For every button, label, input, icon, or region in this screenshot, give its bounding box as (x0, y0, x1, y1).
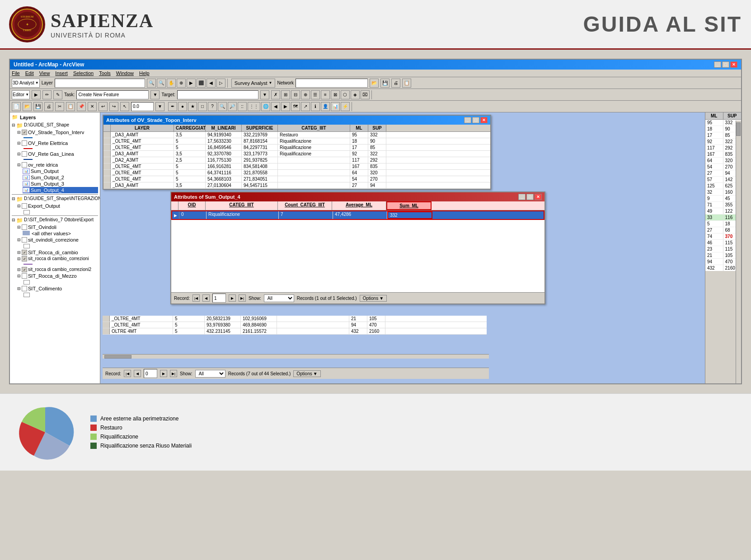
attr2-minimize-btn[interactable]: _ (518, 194, 526, 200)
nav-prev-2[interactable]: ◀ (202, 294, 210, 302)
edit-tool6[interactable]: ≡ (321, 90, 330, 99)
col2-sum-ml[interactable]: Sum_ML (386, 201, 432, 210)
target-input[interactable] (177, 90, 258, 99)
checkbox-rocca[interactable]: ✓ (22, 250, 27, 255)
save-btn[interactable]: 💾 (33, 102, 42, 111)
toc-item-rocca-corr2[interactable]: ⊟ ✓ sit_rocca di cambio_correzioni2 (17, 266, 98, 273)
edit-tool5[interactable]: ☰ (311, 90, 320, 99)
people-btn[interactable]: 👤 (321, 102, 330, 111)
edit-tool7[interactable]: ⊠ (331, 90, 340, 99)
toc-item-rocca-corr[interactable]: ⊟ ✓ sit_rocca di cambio_correzioni (17, 256, 98, 262)
menu-edit[interactable]: Edit (25, 70, 34, 76)
chart-btn[interactable]: 📊 (331, 102, 340, 111)
network-input[interactable] (296, 79, 368, 88)
toc-sum-output-3[interactable]: 📊 Sum_Output_3 (23, 181, 98, 187)
col-sup[interactable]: SUP (368, 125, 386, 131)
toc-sum-output-2[interactable]: 📊 Sum_Output_2 (23, 174, 98, 181)
print-btn[interactable]: 🖨 (44, 102, 53, 111)
zoom-in-btn[interactable]: 🔍 (147, 79, 156, 88)
toc-item-ov-idrica[interactable]: ⊟ ov_rete idrica (17, 162, 98, 168)
col-ml[interactable]: ML (350, 125, 368, 131)
checkbox-export[interactable] (22, 203, 27, 209)
attr1-close-btn[interactable]: ✕ (480, 117, 488, 123)
edit-tool8[interactable]: ⬡ (341, 90, 350, 99)
network-btn4[interactable]: 📋 (402, 79, 411, 88)
menu-tools[interactable]: Tools (99, 70, 111, 76)
minimize-button[interactable]: _ (714, 61, 721, 68)
tool5[interactable]: ▷ (216, 79, 225, 88)
scrollbar-thumb[interactable] (104, 355, 131, 359)
nav-last-2[interactable]: ▶| (239, 294, 246, 302)
show-all-dropdown-2[interactable]: All Selected (264, 294, 294, 302)
nav-next-1[interactable]: ▶ (160, 370, 167, 377)
tool1[interactable]: ⊕ (177, 79, 186, 88)
edit-tool3[interactable]: ⊟ (291, 90, 300, 99)
toc-all-other[interactable]: <all other values> (23, 230, 98, 237)
nav-first-1[interactable]: |◀ (124, 370, 131, 377)
checkbox-collimento[interactable] (22, 286, 27, 291)
paste-btn[interactable]: 📌 (77, 102, 86, 111)
scale-input[interactable] (131, 102, 154, 111)
toc-item-sit-def[interactable]: ⊟ 📁 D:\SIT_Definitivo_7 Ottobre\Export (12, 217, 98, 224)
grid2-btn[interactable]: ⋮⋮ (248, 102, 260, 111)
menu-window[interactable]: Window (116, 70, 134, 76)
redo-btn[interactable]: ↪ (109, 102, 118, 111)
edit-tool9[interactable]: ◈ (351, 90, 360, 99)
cursor-btn[interactable]: ↗ (301, 102, 310, 111)
toc-item-ovindoli[interactable]: ⊟ SIT_Ovindoli (17, 224, 98, 230)
col-categ[interactable]: CATEG_IIIT (278, 125, 350, 131)
checkbox-rocca-corr2[interactable]: ✓ (22, 267, 27, 272)
nav-first-2[interactable]: |◀ (192, 294, 200, 302)
play-btn[interactable]: ▶ (32, 90, 41, 99)
record-input-1[interactable] (144, 369, 157, 378)
draw-tool1[interactable]: ✒ (168, 102, 177, 111)
vert-scrollbar-thumb[interactable] (736, 122, 741, 136)
world-btn[interactable]: 🗺 (291, 102, 300, 111)
col2-avg-ml[interactable]: Average_ML (332, 201, 386, 210)
draw-tool4[interactable]: □ (198, 102, 207, 111)
attr2-close-btn[interactable]: ✕ (535, 194, 542, 200)
toc-item-collimento[interactable]: ⊟ SIT_Collimento (17, 285, 98, 292)
col-mlineari[interactable]: M_LINEARI (206, 125, 242, 131)
target-arrow[interactable]: ▼ (260, 90, 269, 99)
menu-file[interactable]: File (12, 70, 20, 76)
menu-help[interactable]: Help (139, 70, 150, 76)
nav-last-1[interactable]: ▶| (170, 370, 177, 377)
task-arrow[interactable]: ▼ (150, 90, 160, 99)
cut-btn[interactable]: ✂ (55, 102, 64, 111)
toc-sum-output[interactable]: 📊 Sum_Output (23, 168, 98, 174)
zoom-out-btn[interactable]: 🔍 (157, 79, 166, 88)
toc-sum-output-4[interactable]: 📊 Sum_Output_4 (23, 187, 98, 193)
options-btn-1[interactable]: Options ▼ (293, 370, 320, 377)
pencil2-btn[interactable]: ✎ (53, 90, 62, 99)
lightning-btn[interactable]: ⚡ (341, 102, 350, 111)
tool4[interactable]: ◀ (207, 79, 216, 88)
survey-analyst-dropdown[interactable]: Survey Analyst ▼ (231, 79, 276, 88)
3d-analyst-dropdown[interactable]: 3D Analyst ▼ (12, 79, 40, 88)
copy-btn[interactable]: 📋 (66, 102, 75, 111)
col2-count[interactable]: Count_CATEG_IIIT (278, 201, 332, 210)
arrow-right-btn[interactable]: ▶ (281, 102, 290, 111)
maximize-button[interactable]: □ (722, 61, 729, 68)
magnify-btn[interactable]: 🔍 (218, 102, 227, 111)
network-btn1[interactable]: 📂 (370, 79, 379, 88)
network-btn3[interactable]: 🖨 (391, 79, 400, 88)
toc-item-rocca-mezzo[interactable]: ⊟ SIT_Rocca_di_Mezzo (17, 273, 98, 279)
menu-view[interactable]: View (39, 70, 50, 76)
col2-oid[interactable]: OID (178, 201, 206, 210)
checkbox-rocca-corr[interactable]: ✓ (22, 256, 27, 261)
checkbox-ovindoli[interactable] (22, 224, 27, 230)
nav-prev-1[interactable]: ◀ (134, 370, 141, 377)
checkbox-rocca-mezzo[interactable] (22, 273, 27, 279)
open-btn[interactable]: 📂 (23, 102, 32, 111)
col2-categ[interactable]: CATEG_IIIT (206, 201, 278, 210)
edit-tool2[interactable]: ⊞ (281, 90, 290, 99)
close-button[interactable]: ✕ (730, 61, 737, 68)
horizontal-scrollbar[interactable] (103, 354, 489, 359)
task-input[interactable] (76, 90, 149, 99)
arrow-left-btn[interactable]: ◀ (271, 102, 280, 111)
delete-btn[interactable]: ✕ (88, 102, 97, 111)
vert-scrollbar[interactable] (736, 121, 741, 383)
pan-btn[interactable]: ✋ (167, 79, 176, 88)
toc-item-ov-gas[interactable]: ⊟ OV_Rete Gas_Linea (17, 151, 98, 157)
